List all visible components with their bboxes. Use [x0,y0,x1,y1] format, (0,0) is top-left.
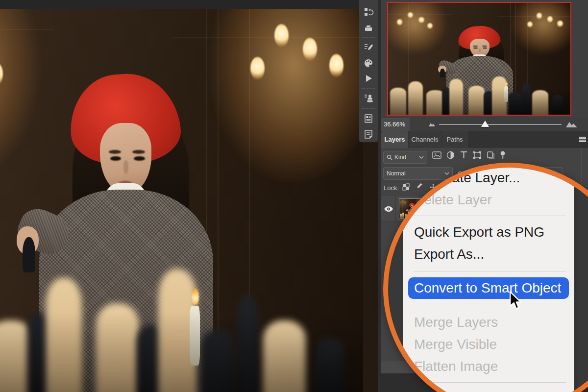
blend-mode-dropdown[interactable]: Normal [383,167,453,180]
menu-separator [414,382,566,383]
canvas-photo[interactable] [0,9,378,392]
strip-divider [362,108,375,109]
layer-visibility-toggle[interactable] [381,196,396,222]
panel-tabs: Layers Channels Paths [381,131,588,148]
photoshop-window: 36.66% Layers Channels Paths Kind [0,0,588,392]
navigator-zoom-bar: 36.66% [381,118,588,131]
actions-icon[interactable] [363,73,374,85]
smart-objects-filter-icon[interactable] [487,151,495,159]
canvas-photo-scene [0,9,363,392]
menu-item-export-as[interactable]: Export As... [403,243,574,265]
libraries-icon[interactable] [363,21,374,34]
menu-item-convert-to-smart-object[interactable]: Convert to Smart Object [408,277,569,299]
tab-layers[interactable]: Layers [381,131,408,148]
layer-filter-kind-dropdown[interactable]: Kind [383,151,427,164]
navigator-preview[interactable] [387,2,571,116]
menu-item-merge-layers[interactable]: Merge Layers [403,311,574,333]
navigator-panel [381,0,588,118]
tool-presets-icon[interactable] [363,92,374,105]
tab-paths[interactable]: Paths [441,131,468,148]
tab-channels[interactable]: Channels [409,131,441,148]
zoom-out-icon[interactable] [428,121,436,129]
panel-icon-strip [359,0,378,142]
menu-separator [414,216,566,216]
swatches-icon[interactable] [363,57,374,70]
blend-mode-value: Normal [387,170,406,177]
menu-item-delete-layer[interactable]: Delete Layer [403,189,574,211]
menu-item-flatten-image[interactable]: Flatten Image [403,355,574,377]
menu-item-quick-export-png[interactable]: Quick Export as PNG [403,221,574,243]
panel-menu-icon[interactable] [579,137,586,143]
strip-divider [362,88,375,89]
type-layers-filter-icon[interactable] [460,151,468,159]
adjustment-layers-filter-icon[interactable] [446,151,455,159]
properties-icon[interactable] [363,112,374,125]
zoom-percentage-field[interactable]: 36.66% [381,118,410,131]
layer-context-menu: Duplicate Layer... Delete Layer Quick Ex… [403,163,574,392]
menu-separator [414,271,566,271]
zoom-slider-thumb[interactable] [481,121,489,127]
lock-label: Lock: [384,184,399,192]
strip-divider [362,37,375,38]
kind-label: Kind [394,154,406,161]
navigator-photo-scene [388,3,570,115]
photo-vignette [0,9,363,392]
chevron-down-icon [444,172,449,175]
filter-toggle-icon[interactable] [500,151,506,160]
history-icon[interactable] [363,5,374,18]
pixel-layers-filter-icon[interactable] [432,151,441,159]
lock-transparent-pixels-icon[interactable] [402,183,410,191]
canvas-pasteboard [0,0,378,9]
lock-image-pixels-icon[interactable] [416,183,423,191]
document-canvas[interactable] [0,0,378,392]
shape-layers-filter-icon[interactable] [473,151,482,159]
zoom-in-icon[interactable] [565,120,578,130]
mouse-cursor-icon [510,291,523,313]
zoom-slider-track[interactable] [439,124,562,125]
chevron-down-icon [419,156,424,159]
brush-settings-icon[interactable] [363,41,374,54]
filter-type-icons [432,151,506,160]
menu-item-merge-visible[interactable]: Merge Visible [403,333,574,355]
eye-icon [384,206,393,212]
notes-icon[interactable] [363,128,374,141]
photo-vignette [388,3,570,115]
search-icon [387,154,392,160]
menu-separator [414,305,566,305]
